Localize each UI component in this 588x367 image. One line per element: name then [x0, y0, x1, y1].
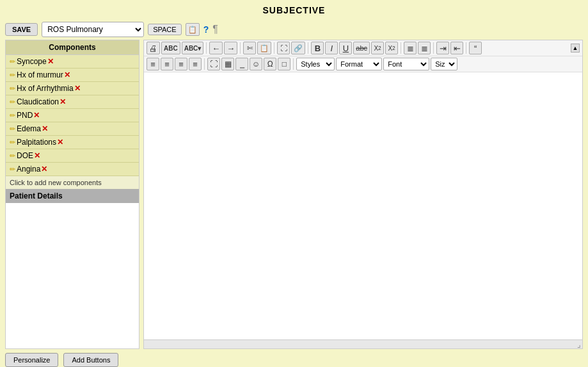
sidebar-item-label: DOE [17, 151, 33, 160]
separator [274, 42, 274, 54]
subscript-button[interactable]: X2 [371, 42, 384, 54]
personalize-button[interactable]: Personalize [5, 353, 58, 367]
pencil-icon: ✏ [10, 138, 15, 147]
format-dropdown[interactable]: Format [336, 58, 382, 70]
italic-button[interactable]: I [325, 42, 338, 54]
remove-icon[interactable]: ✕ [57, 138, 63, 147]
sidebar-item-edema[interactable]: ✏ Edema ✕ [6, 122, 139, 136]
sidebar-item-label: Hx of Arrhythmia [17, 84, 74, 93]
insert-image-icon[interactable]: ⛶ [277, 42, 290, 54]
sidebar-item-label: Claudication [17, 97, 59, 106]
remove-icon[interactable]: ✕ [34, 151, 40, 160]
editor-content[interactable] [144, 72, 582, 339]
remove-icon[interactable]: ✕ [64, 70, 70, 79]
help-icon[interactable]: ? [203, 24, 209, 35]
styles-dropdown[interactable]: Styles [296, 58, 335, 70]
main-layout: Components ✏ Syncope ✕ ✏ Hx of murmur ✕ … [0, 40, 588, 349]
sidebar-item-label: PND [17, 111, 33, 120]
sidebar-item-label: Angina [17, 165, 40, 174]
sidebar-header: Components [6, 40, 139, 55]
paste-icon[interactable]: 📋 [257, 42, 271, 54]
space-button[interactable]: SPACE [148, 24, 181, 35]
pencil-icon: ✏ [10, 152, 15, 160]
undo-icon[interactable]: ← [209, 42, 223, 54]
sidebar-item-label: Palpitations [17, 138, 56, 147]
insert-field-icon[interactable]: 📋 [186, 23, 200, 36]
indent-icon[interactable]: ⇥ [436, 42, 449, 54]
font-dropdown[interactable]: Font [383, 58, 429, 70]
superscript-button[interactable]: X2 [385, 42, 398, 54]
outdent-icon[interactable]: ⇤ [450, 42, 463, 54]
strikethrough-button[interactable]: abc [353, 42, 370, 54]
separator [466, 42, 466, 54]
top-bar: SAVE ROS Pulmonary ROS Cardiac ROS Gener… [0, 19, 588, 40]
ros-dropdown[interactable]: ROS Pulmonary ROS Cardiac ROS General [42, 22, 144, 37]
pencil-icon: ✏ [10, 71, 15, 79]
save-button[interactable]: SAVE [5, 23, 38, 36]
separator [240, 42, 241, 54]
cut-icon[interactable]: ✄ [243, 42, 256, 54]
remove-icon[interactable]: ✕ [60, 97, 66, 106]
separator [293, 58, 294, 70]
add-buttons-button[interactable]: Add Buttons [63, 353, 118, 367]
toolbar-scroll-up[interactable]: ▲ [571, 44, 580, 53]
redo-icon[interactable]: → [224, 42, 237, 54]
add-components-link[interactable]: Click to add new components [6, 176, 139, 189]
remove-icon[interactable]: ✕ [33, 111, 40, 120]
toolbar-right: ▲ [571, 44, 580, 53]
spellcheck-abc-icon[interactable]: ABC [161, 42, 180, 54]
remove-icon[interactable]: ✕ [74, 84, 81, 93]
remove-icon[interactable]: ✕ [41, 165, 47, 174]
editor-toolbar-row2: ≡ ≡ ≡ ≡ ⛶ ▦ ⎯ ☺ Ω □ Styles Format Font S… [144, 56, 582, 72]
horizontal-rule-icon[interactable]: ⎯ [235, 58, 248, 70]
separator [308, 42, 308, 54]
separator [204, 58, 205, 70]
sidebar-item-doe[interactable]: ✏ DOE ✕ [6, 149, 139, 163]
remove-icon[interactable]: ✕ [42, 124, 48, 133]
insert-table-icon[interactable]: ▦ [221, 58, 234, 70]
pencil-icon: ✏ [10, 125, 15, 133]
bottom-bar: Personalize Add Buttons [0, 349, 588, 367]
print-icon[interactable]: 🖨 [147, 42, 160, 54]
align-right-icon[interactable]: ≡ [175, 58, 187, 70]
page-title: SUBJECTIVE [0, 0, 588, 19]
pencil-icon: ✏ [10, 58, 15, 66]
remove-icon[interactable]: ✕ [47, 57, 54, 66]
sidebar-item-palpitations[interactable]: ✏ Palpitations ✕ [6, 136, 139, 149]
insert-image-icon2[interactable]: ⛶ [207, 58, 220, 70]
editor-toolbar-row1: 🖨 ABC ABC▾ ← → ✄ 📋 ⛶ 🔗 B I U abc X2 X2 ≣… [144, 40, 582, 56]
sidebar-item-hx-murmur[interactable]: ✏ Hx of murmur ✕ [6, 69, 139, 82]
sidebar-item-label: Syncope [17, 57, 47, 66]
sidebar-item-hx-arrhythmia[interactable]: ✏ Hx of Arrhythmia ✕ [6, 82, 139, 95]
resize-handle-icon[interactable]: ⌟ [577, 340, 582, 349]
sidebar-item-label: Edema [17, 124, 41, 133]
patient-details-header: Patient Details [6, 189, 139, 203]
special-char-icon[interactable]: Ω [264, 58, 276, 70]
align-left-icon[interactable]: ≡ [147, 58, 159, 70]
ordered-list-icon[interactable]: ≣ [404, 42, 417, 54]
pencil-icon: ✏ [10, 165, 15, 174]
sidebar-item-label: Hx of murmur [17, 70, 63, 79]
spellcheck-abc-dropdown-icon[interactable]: ABC▾ [182, 42, 204, 54]
editor-footer: ⌟ [144, 339, 582, 348]
pencil-icon: ✏ [10, 111, 15, 120]
blockquote-icon[interactable]: “ [469, 42, 482, 54]
separator [401, 42, 401, 54]
align-center-icon[interactable]: ≡ [161, 58, 173, 70]
insert-template-icon[interactable]: □ [278, 58, 290, 70]
separator [433, 42, 434, 54]
align-justify-icon[interactable]: ≡ [189, 58, 202, 70]
pencil-icon: ✏ [10, 98, 15, 106]
sidebar-item-claudication[interactable]: ✏ Claudication ✕ [6, 95, 139, 109]
link-icon[interactable]: 🔗 [291, 42, 305, 54]
bold-button[interactable]: B [311, 42, 324, 54]
underline-button[interactable]: U [339, 42, 352, 54]
sidebar-item-syncope[interactable]: ✏ Syncope ✕ [6, 55, 139, 69]
sidebar-item-angina[interactable]: ✏ Angina ✕ [6, 163, 139, 176]
pilcrow-icon: ¶ [212, 24, 218, 35]
unordered-list-icon[interactable]: ≣ [418, 42, 431, 54]
sidebar: Components ✏ Syncope ✕ ✏ Hx of murmur ✕ … [5, 40, 139, 349]
emoji-icon[interactable]: ☺ [250, 58, 262, 70]
sidebar-item-pnd[interactable]: ✏ PND ✕ [6, 109, 139, 122]
size-dropdown[interactable]: Size [431, 58, 457, 70]
